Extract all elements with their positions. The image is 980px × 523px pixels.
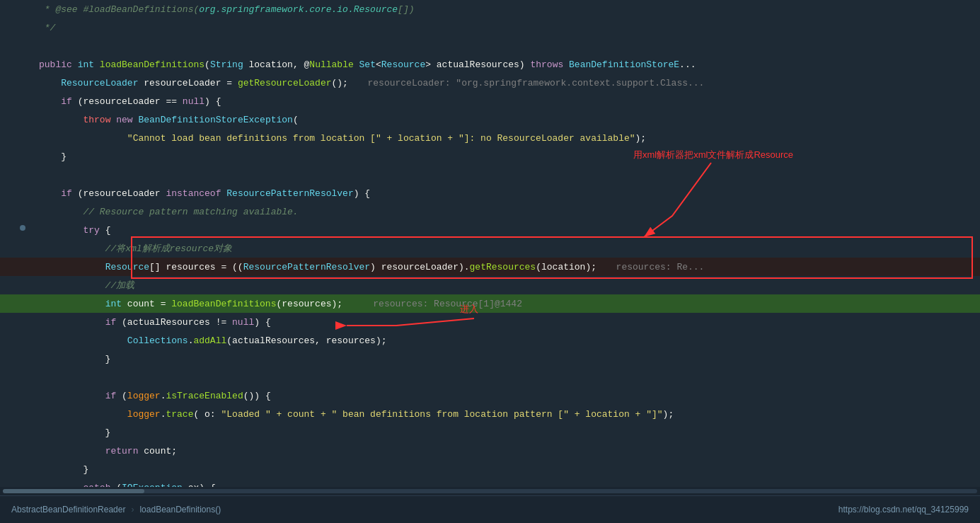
code-line: return count; <box>0 442 980 460</box>
status-separator: › <box>131 505 134 515</box>
code-line: if (resourceLoader == null) { <box>0 92 980 110</box>
code-line: } <box>0 147 980 166</box>
code-line: // Resource pattern matching available. <box>0 202 980 221</box>
code-line: if (logger.isTraceEnabled()) { <box>0 386 980 405</box>
horizontal-scrollbar[interactable] <box>0 487 980 495</box>
code-line: if (actualResources != null) { <box>0 313 980 331</box>
code-line-breakpoint: int count = loadBeanDefinitions(resource… <box>0 294 980 313</box>
code-line: */ <box>0 18 980 37</box>
code-line: if (resourceLoader instanceof ResourcePa… <box>0 184 980 202</box>
code-line: logger.trace( o: "Loaded " + count + " b… <box>0 405 980 423</box>
code-line: //加载 <box>0 276 980 294</box>
code-line: //将xml解析成resource对象 <box>0 239 980 258</box>
scrollbar-thumb[interactable] <box>3 489 144 493</box>
status-bar: AbstractBeanDefinitionReader › loadBeanD… <box>0 495 980 523</box>
code-line: public int loadBeanDefinitions(String lo… <box>0 55 980 74</box>
code-line: throw new BeanDefinitionStoreException( <box>0 110 980 129</box>
status-class: AbstractBeanDefinitionReader <box>11 505 125 515</box>
status-method: loadBeanDefinitions() <box>139 505 221 515</box>
scrollbar-track[interactable] <box>3 489 977 493</box>
code-line: Collections.addAll(actualResources, reso… <box>0 331 980 350</box>
code-line: } <box>0 460 980 478</box>
status-url: https://blog.csdn.net/qq_34125999 <box>838 505 969 515</box>
status-left: AbstractBeanDefinitionReader › loadBeanD… <box>11 505 221 515</box>
code-line-highlighted-box: Resource[] resources = ((ResourcePattern… <box>0 258 980 276</box>
code-line: } <box>0 423 980 442</box>
gutter-marker <box>20 225 25 231</box>
code-line: * @see #loadBeanDefinitions(org.springfr… <box>0 0 980 18</box>
code-line: ResourceLoader resourceLoader = getResou… <box>0 74 980 92</box>
code-editor: * @see #loadBeanDefinitions(org.springfr… <box>0 0 980 495</box>
code-line: try { <box>0 221 980 239</box>
code-line: } <box>0 350 980 368</box>
code-line: "Cannot load bean definitions from locat… <box>0 129 980 147</box>
